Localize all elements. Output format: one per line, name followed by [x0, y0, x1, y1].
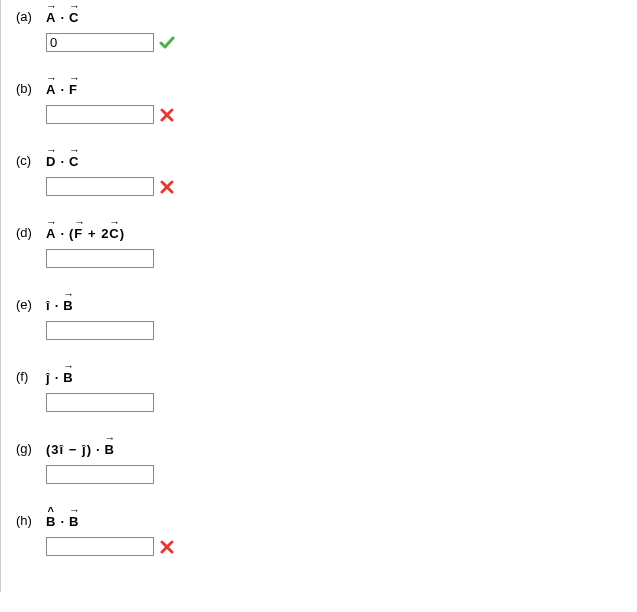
answer-input[interactable] — [46, 393, 154, 412]
part-letter: (b) — [16, 81, 46, 96]
question-part: (a)A·C — [16, 8, 622, 52]
answer-input[interactable] — [46, 249, 154, 268]
cross-icon — [159, 179, 175, 195]
cross-icon — [159, 539, 175, 555]
question-part: (h)B·B — [16, 512, 622, 556]
question-part: (f)ĵ·B — [16, 368, 622, 412]
part-letter: (d) — [16, 225, 46, 240]
expression: î·B — [46, 296, 74, 313]
question-part: (g)(3î − ĵ)·B — [16, 440, 622, 484]
question-part: (b)A·F — [16, 80, 622, 124]
answer-input[interactable] — [46, 321, 154, 340]
answer-input[interactable] — [46, 465, 154, 484]
expression: A·C — [46, 8, 79, 25]
expression: A·F — [46, 80, 78, 97]
answer-input[interactable] — [46, 33, 154, 52]
expression: ĵ·B — [46, 368, 74, 385]
cross-icon — [159, 107, 175, 123]
expression: B·B — [46, 512, 79, 529]
answer-input[interactable] — [46, 105, 154, 124]
question-part: (c)D·C — [16, 152, 622, 196]
part-letter: (c) — [16, 153, 46, 168]
part-letter: (f) — [16, 369, 46, 384]
expression: (3î − ĵ)·B — [46, 440, 115, 457]
check-icon — [159, 35, 175, 51]
question-part: (d)A·(F + 2C) — [16, 224, 622, 268]
expression: D·C — [46, 152, 79, 169]
answer-input[interactable] — [46, 537, 154, 556]
part-letter: (a) — [16, 9, 46, 24]
part-letter: (g) — [16, 441, 46, 456]
expression: A·(F + 2C) — [46, 224, 125, 241]
part-letter: (e) — [16, 297, 46, 312]
question-part: (e)î·B — [16, 296, 622, 340]
part-letter: (h) — [16, 513, 46, 528]
answer-input[interactable] — [46, 177, 154, 196]
